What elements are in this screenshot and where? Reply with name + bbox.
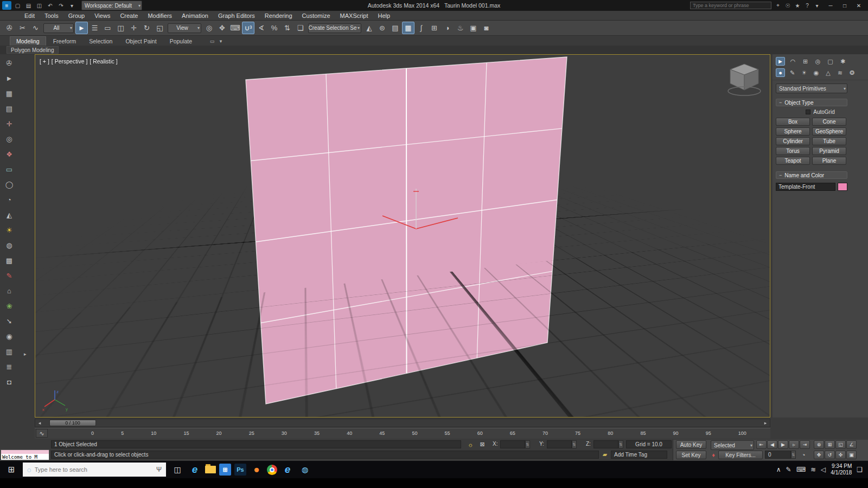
tray-expand-icon[interactable]: ∧ [776,466,781,473]
selection-lock-icon[interactable]: ⊠ [477,440,487,449]
mini-curve-editor-button[interactable]: ∿ [36,429,48,438]
select-and-scale-icon[interactable]: ◱ [154,22,166,34]
track-bar[interactable]: 0510152025303540455055606570758085909510… [35,428,770,439]
fov-icon[interactable]: ∠ [846,440,857,449]
tool-sphere-icon[interactable]: ◯ [2,177,16,191]
select-object-icon[interactable]: ► [75,22,88,34]
menu-item[interactable]: MAXScript [335,12,373,19]
tool-material-icon[interactable]: ❖ [2,147,16,161]
go-to-end-button[interactable]: ⇥ [800,440,810,449]
cat-cameras[interactable]: ◉ [812,68,821,77]
view-cube[interactable] [726,61,762,97]
rollout-name-color[interactable]: Name and Color [776,171,847,179]
ribbon-panel-icon[interactable]: ▭ [208,37,216,45]
next-frame-button[interactable]: ▹ [789,440,799,449]
time-slider[interactable]: 0 / 100 [49,420,96,426]
ribbon-minimize-icon[interactable]: ▾ [216,37,225,45]
cat-geometry[interactable]: ● [776,68,785,77]
store-icon[interactable]: ⊞ [219,464,231,476]
ribbon-tab-objectpaint[interactable]: Object Paint [119,37,162,46]
tab-display[interactable]: ▢ [826,57,835,66]
chrome-icon[interactable] [267,465,277,475]
photoshop-icon[interactable]: Ps [234,464,246,476]
ie-icon[interactable]: e [280,463,295,477]
start-button[interactable]: ⊞ [0,461,23,478]
minimize-button[interactable]: ─ [824,1,838,10]
close-button[interactable]: ✕ [852,1,866,10]
spinner-snap-icon[interactable]: ⇅ [281,22,293,34]
selection-set-dropdown[interactable]: Selected [711,440,754,450]
infocenter-search-input[interactable] [690,2,771,9]
menu-item[interactable]: Group [63,12,90,19]
microphone-icon[interactable]: Ψ [156,466,162,473]
tool-foliage-icon[interactable]: ❀ [2,299,16,313]
autogrid-checkbox[interactable] [806,110,810,114]
z-spinner[interactable]: ⇅ [618,440,623,448]
object-type-button[interactable]: Teapot [776,157,810,165]
coord-system-dropdown[interactable]: View [168,23,201,33]
x-coordinate-field[interactable] [500,440,525,448]
tool-cone-icon[interactable]: ◭ [2,208,16,222]
edge-icon[interactable]: e [188,463,202,477]
cat-spacewarps[interactable]: ≋ [835,68,845,77]
z-coordinate-field[interactable] [593,440,618,448]
tool-plane-icon[interactable]: ▭ [2,162,16,176]
mirror-icon[interactable]: ◭ [363,22,375,34]
save-file-icon[interactable]: ◫ [35,1,44,10]
ribbon-tab-selection[interactable]: Selection [83,37,118,46]
keyboard-override-icon[interactable]: ⌨ [229,22,241,34]
tool-render-icon[interactable]: ◍ [2,238,16,252]
workspace-dropdown[interactable]: Workspace: Default [81,1,142,10]
keyboard-icon[interactable]: ⌨ [796,466,806,473]
tool-select-icon[interactable]: ► [2,71,16,85]
firefox-icon[interactable]: ● [250,463,264,477]
app-menu-icon[interactable]: ≡ [2,1,11,10]
go-to-start-button[interactable]: ⇤ [756,440,767,449]
task-view-icon[interactable]: ◫ [170,463,184,477]
pen-icon[interactable]: ✎ [786,466,792,473]
object-name-field[interactable] [776,183,835,191]
tool-layers-icon[interactable]: ▤ [2,101,16,115]
next-frame-arrow[interactable]: ▸ [762,420,769,426]
render-setup-icon[interactable]: ♨ [454,22,467,34]
tool-target-icon[interactable]: ◎ [2,132,16,146]
maximize-viewport-icon[interactable]: ▣ [846,451,857,459]
object-type-button[interactable]: GeoSphere [812,127,846,136]
redo-icon[interactable]: ↷ [56,1,66,10]
object-type-button[interactable]: Box [776,118,810,126]
zoom-extents-icon[interactable]: ◱ [835,440,846,449]
set-key-mode-icon[interactable]: ♦ [709,450,718,459]
cat-lights[interactable]: ☀ [800,68,809,77]
listener-pane[interactable]: Welcome to M [1,454,49,460]
angle-snap-icon[interactable]: ∢ [255,22,267,34]
rollout-object-type[interactable]: Object Type [776,99,847,106]
viewport-menu-pov[interactable]: [ Perspective ] [52,58,88,65]
tool-grid-icon[interactable]: ▦ [2,86,16,100]
object-type-button[interactable]: Sphere [776,127,810,136]
tool-arc-icon[interactable]: ◔ [2,192,16,207]
y-spinner[interactable]: ⇅ [572,440,577,448]
taskbar-search-input[interactable] [35,466,132,473]
align-icon[interactable]: ⊜ [376,22,388,34]
tool-misc-icon[interactable]: ◘ [2,375,16,389]
tool-hatch-icon[interactable]: ▩ [2,253,16,267]
subcategory-dropdown[interactable]: Standard Primitives [776,84,847,93]
play-button[interactable]: ▶ [778,440,788,449]
menu-item[interactable]: Animation [177,12,213,19]
schematic-view-icon[interactable]: ⊞ [428,22,441,34]
y-coordinate-field[interactable] [547,440,572,448]
menu-item[interactable]: Edit [20,12,40,19]
window-crossing-icon[interactable]: ◫ [114,22,127,34]
previous-frame-arrow[interactable]: ◂ [36,420,43,426]
favorites-star-icon[interactable]: ★ [793,1,802,10]
pan-icon[interactable]: ✥ [814,451,824,459]
key-filters-button[interactable]: Key Filters... [718,451,763,459]
menu-item[interactable]: Rendering [260,12,297,19]
polygon-modeling-panel[interactable]: Polygon Modeling [7,46,59,54]
object-type-button[interactable]: Cone [812,118,846,126]
taskbar-clock[interactable]: 9:34 PM 4/1/2018 [831,463,852,476]
search-go-icon[interactable]: ⌖ [774,1,782,10]
zoom-icon[interactable]: ⊕ [814,440,824,449]
infocenter-dropdown-icon[interactable]: ▾ [813,1,821,10]
volume-icon[interactable]: ◁ [821,466,826,473]
